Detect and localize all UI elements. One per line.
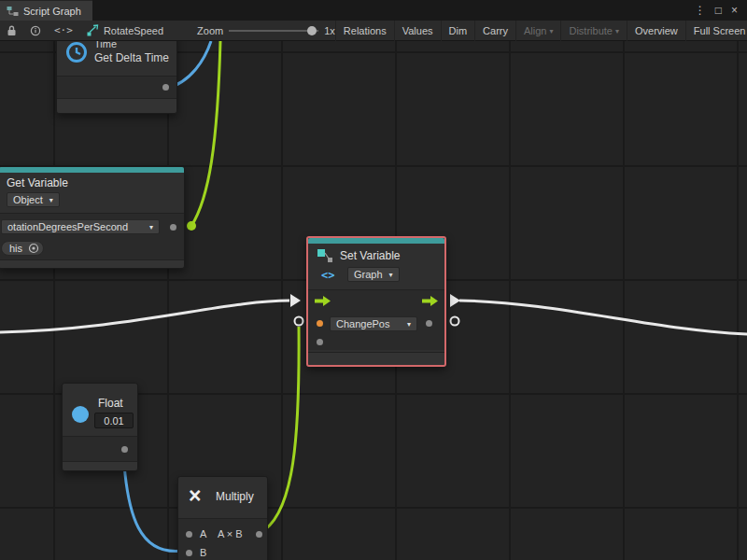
- wire-control-out[interactable]: [459, 301, 747, 334]
- port-value-input[interactable]: [317, 320, 323, 327]
- clock-icon: [65, 41, 88, 63]
- align-button[interactable]: Align ▾: [516, 21, 561, 41]
- dim-button[interactable]: Dim: [442, 21, 476, 41]
- node-footer: [57, 98, 176, 113]
- align-label: Align: [524, 25, 546, 36]
- zoom-value: 1x: [324, 25, 335, 36]
- graph-name-label: RotateSpeed: [104, 25, 163, 36]
- graph-toolbar: <·> RotateSpeed Zoom 1x Relations Val: [0, 21, 747, 41]
- values-button[interactable]: Values: [395, 21, 442, 41]
- node-footer: [63, 461, 137, 470]
- port-multiply-result[interactable]: [256, 531, 262, 538]
- node-set-variable[interactable]: Set Variable <> Graph ▾ ChangePos ▾: [306, 236, 446, 367]
- menu-kebab-icon[interactable]: ⋮: [695, 4, 706, 17]
- graph-canvas[interactable]: Time Get Delta Time Get Variable Object …: [0, 41, 747, 560]
- variable-accent-strip: [308, 238, 444, 244]
- port-value-output[interactable]: [426, 320, 432, 327]
- variable-scope-dropdown[interactable]: Graph ▾: [347, 267, 400, 282]
- toolbar-buttons: Relations Values Dim Carry Align ▾ Distr…: [335, 21, 747, 41]
- close-icon[interactable]: ×: [731, 4, 738, 17]
- port-variable-name[interactable]: [170, 224, 176, 231]
- info-icon: [30, 25, 41, 36]
- control-input-arrow[interactable]: [290, 294, 301, 307]
- tab-script-graph[interactable]: Script Graph: [0, 0, 92, 21]
- api-button[interactable]: <·>: [48, 21, 79, 41]
- graph-reference[interactable]: RotateSpeed: [79, 24, 171, 36]
- scope-label: Object: [13, 194, 43, 205]
- maximize-icon[interactable]: □: [715, 4, 722, 17]
- dropdown-arrow-icon: ▾: [549, 27, 553, 35]
- target-icon: [28, 243, 39, 254]
- port-delta-time-output[interactable]: [162, 84, 169, 91]
- this-label: his: [9, 243, 22, 254]
- float-icon: [72, 406, 89, 423]
- carry-button[interactable]: Carry: [475, 21, 516, 41]
- relations-button[interactable]: Relations: [335, 21, 395, 41]
- scope-label: Graph: [354, 269, 383, 280]
- port-multiply-a[interactable]: [186, 531, 192, 538]
- zoom-slider-knob[interactable]: [307, 26, 317, 35]
- port-b-label: B: [200, 547, 206, 558]
- port-a-label: A: [200, 528, 206, 539]
- inspect-button[interactable]: [23, 21, 48, 41]
- float-value-field[interactable]: 0.01: [94, 413, 134, 428]
- value-endpoint-ring-left[interactable]: [295, 317, 303, 326]
- result-label: A × B: [218, 528, 243, 539]
- script-graph-window: Script Graph ⋮ □ × <·>: [0, 0, 747, 560]
- port-multiply-b[interactable]: [186, 550, 192, 556]
- node-subtitle: Get Delta Time: [94, 51, 169, 64]
- lock-button[interactable]: [0, 21, 23, 41]
- relations-label: Relations: [344, 25, 387, 36]
- flow-input-arrow[interactable]: [315, 296, 331, 306]
- graph-code-icon: <>: [321, 269, 334, 282]
- full-screen-label: Full Screen: [694, 25, 746, 36]
- distribute-button[interactable]: Distribute ▾: [561, 21, 627, 41]
- node-title: Get Variable: [7, 176, 68, 189]
- overview-button[interactable]: Overview: [627, 21, 686, 41]
- multiply-icon: ×: [189, 485, 201, 507]
- variable-name-label: ChangePos: [336, 318, 390, 329]
- zoom-control: Zoom 1x: [197, 25, 335, 36]
- variable-name-label: otationDegreesPerSecond: [7, 221, 128, 232]
- wire-control-in[interactable]: [0, 301, 289, 332]
- node-get-variable[interactable]: Get Variable Object ▾ otationDegreesPerS…: [0, 166, 185, 269]
- flow-output-arrow[interactable]: [422, 296, 438, 306]
- carry-label: Carry: [483, 25, 508, 36]
- window-controls: ⋮ □ ×: [695, 0, 747, 21]
- script-graph-icon: [7, 6, 19, 17]
- variable-accent-strip: [0, 167, 184, 173]
- tab-label: Script Graph: [23, 6, 81, 17]
- node-multiply[interactable]: × Multiply A A × B B: [177, 476, 268, 560]
- dropdown-arrow-icon: ▾: [407, 320, 411, 329]
- zoom-slider-track: [229, 30, 318, 32]
- node-title: Multiply: [216, 490, 254, 503]
- variable-name-dropdown[interactable]: otationDegreesPerSecond ▾: [1, 219, 160, 234]
- lock-icon: [7, 25, 17, 36]
- dropdown-arrow-icon: ▾: [389, 271, 393, 279]
- node-footer: [308, 352, 444, 365]
- port-float-output[interactable]: [121, 446, 128, 453]
- values-label: Values: [402, 25, 433, 36]
- control-output-arrow[interactable]: [450, 294, 460, 307]
- node-title: Float: [98, 397, 123, 410]
- value-endpoint-ring-right[interactable]: [451, 317, 459, 326]
- dim-label: Dim: [449, 25, 468, 36]
- full-screen-button[interactable]: Full Screen: [686, 21, 747, 41]
- api-icon: <·>: [54, 24, 73, 36]
- zoom-label: Zoom: [197, 25, 223, 36]
- zoom-slider[interactable]: [229, 26, 318, 35]
- node-get-delta-time[interactable]: Time Get Delta Time: [56, 41, 177, 114]
- node-float[interactable]: Float 0.01: [62, 383, 138, 471]
- this-object-chip[interactable]: his: [1, 241, 44, 256]
- dropdown-arrow-icon: ▾: [149, 223, 153, 231]
- distribute-label: Distribute: [569, 25, 612, 36]
- node-footer: [0, 259, 184, 268]
- overview-label: Overview: [635, 25, 678, 36]
- port-extra-input[interactable]: [317, 339, 323, 345]
- dropdown-arrow-icon: ▾: [615, 27, 619, 35]
- variable-name-dropdown[interactable]: ChangePos ▾: [330, 316, 417, 331]
- node-title: Time: [94, 41, 117, 49]
- node-title: Set Variable: [340, 249, 400, 262]
- tab-bar: Script Graph ⋮ □ ×: [0, 0, 747, 21]
- variable-scope-dropdown[interactable]: Object ▾: [7, 192, 60, 207]
